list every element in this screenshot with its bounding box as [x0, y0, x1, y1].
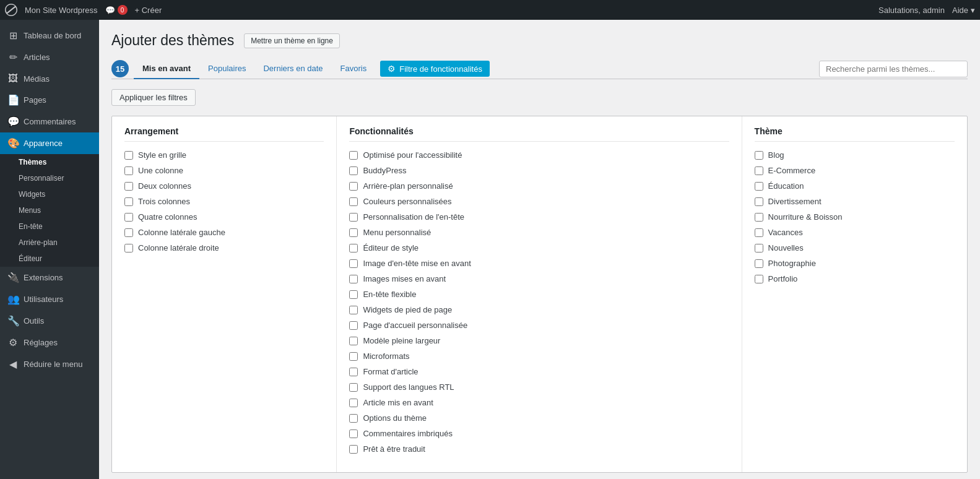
sidebar-item-reglages[interactable]: ⚙ Réglages: [0, 332, 99, 353]
filter-option-education[interactable]: Éducation: [755, 181, 955, 191]
submenu-item-menus[interactable]: Menus: [0, 202, 99, 218]
greeting[interactable]: Salutations, admin: [878, 6, 945, 15]
apply-filters-button[interactable]: Appliquer les filtres: [111, 89, 196, 106]
filter-option-image-en-tete-avant[interactable]: Image d'en-tête mise en avant: [349, 259, 729, 268]
site-name[interactable]: Mon Site Wordpress: [25, 6, 98, 15]
checkbox-nourriture-boisson[interactable]: [755, 213, 763, 222]
filter-option-trois-colonnes[interactable]: Trois colonnes: [124, 197, 324, 206]
checkbox-widgets-pied-page[interactable]: [349, 306, 358, 314]
checkbox-pret-traduit[interactable]: [349, 445, 358, 454]
sidebar-item-articles[interactable]: ✏ Articles: [0, 46, 99, 68]
submenu-item-arriere-plan[interactable]: Arrière-plan: [0, 235, 99, 251]
sidebar-item-commentaires[interactable]: 💬 Commentaires: [0, 111, 99, 132]
filter-option-quatre-colonnes[interactable]: Quatre colonnes: [124, 212, 324, 222]
checkbox-modele-pleine-largeur[interactable]: [349, 337, 358, 345]
filter-option-nourriture-boisson[interactable]: Nourriture & Boisson: [755, 212, 955, 222]
checkbox-colonne-laterale-droite[interactable]: [124, 244, 133, 252]
checkbox-buddypress[interactable]: [349, 166, 358, 175]
filter-option-images-mises-avant[interactable]: Images mises en avant: [349, 274, 729, 283]
filter-option-editeur-style[interactable]: Éditeur de style: [349, 243, 729, 252]
filter-option-buddypress[interactable]: BuddyPress: [349, 166, 729, 175]
checkbox-menu-perso[interactable]: [349, 228, 358, 237]
checkbox-trois-colonnes[interactable]: [124, 197, 133, 206]
sidebar-item-medias[interactable]: 🖼 Médias: [0, 68, 99, 89]
checkbox-education[interactable]: [755, 182, 763, 191]
checkbox-arriere-plan-perso[interactable]: [349, 182, 358, 191]
filter-option-perso-en-tete[interactable]: Personnalisation de l'en-tête: [349, 212, 729, 222]
comments-link[interactable]: 💬 0: [105, 5, 128, 15]
checkbox-en-tete-flexible[interactable]: [349, 290, 358, 299]
filter-option-deux-colonnes[interactable]: Deux colonnes: [124, 181, 324, 191]
filter-option-blog[interactable]: Blog: [755, 150, 955, 160]
tab-populaires[interactable]: Populaires: [199, 59, 254, 79]
wp-logo-icon[interactable]: [5, 4, 17, 16]
checkbox-nouvelles[interactable]: [755, 244, 763, 252]
submenu-item-themes[interactable]: Thèmes: [0, 154, 99, 170]
feature-filter-button[interactable]: ⚙ Filtre de fonctionnalités: [380, 61, 490, 77]
checkbox-editeur-style[interactable]: [349, 244, 358, 252]
filter-option-ecommerce[interactable]: E-Commerce: [755, 166, 955, 175]
submenu-item-en-tete[interactable]: En-tête: [0, 218, 99, 235]
filter-option-page-accueil-perso[interactable]: Page d'accueil personnalisée: [349, 321, 729, 330]
sidebar-item-extensions[interactable]: 🔌 Extensions: [0, 267, 99, 288]
checkbox-accessibilite[interactable]: [349, 151, 358, 160]
sidebar-item-tableau-de-bord[interactable]: ⊞ Tableau de bord: [0, 25, 99, 46]
checkbox-blog[interactable]: [755, 151, 763, 160]
checkbox-deux-colonnes[interactable]: [124, 182, 133, 191]
submenu-item-personnaliser[interactable]: Personnaliser: [0, 170, 99, 186]
submenu-item-editeur[interactable]: Éditeur: [0, 251, 99, 267]
filter-option-menu-perso[interactable]: Menu personnalisé: [349, 228, 729, 237]
filter-option-options-theme[interactable]: Options du thème: [349, 413, 729, 423]
filter-option-widgets-pied-page[interactable]: Widgets de pied de page: [349, 305, 729, 314]
filter-option-une-colonne[interactable]: Une colonne: [124, 166, 324, 175]
sidebar-item-utilisateurs[interactable]: 👥 Utilisateurs: [0, 288, 99, 310]
filter-option-colonne-laterale-droite[interactable]: Colonne latérale droite: [124, 243, 324, 252]
checkbox-portfolio[interactable]: [755, 275, 763, 283]
tab-mis-en-avant[interactable]: Mis en avant: [134, 59, 199, 79]
checkbox-colonne-laterale-gauche[interactable]: [124, 228, 133, 237]
checkbox-support-rtl[interactable]: [349, 383, 358, 392]
filter-option-microformats[interactable]: Microformats: [349, 352, 729, 361]
checkbox-ecommerce[interactable]: [755, 166, 763, 175]
checkbox-page-accueil-perso[interactable]: [349, 321, 358, 330]
checkbox-couleurs-perso[interactable]: [349, 197, 358, 206]
checkbox-divertissement[interactable]: [755, 197, 763, 206]
checkbox-microformats[interactable]: [349, 352, 358, 361]
filter-option-nouvelles[interactable]: Nouvelles: [755, 243, 955, 252]
sidebar-item-pages[interactable]: 📄 Pages: [0, 89, 99, 111]
filter-option-photographie[interactable]: Photographie: [755, 259, 955, 268]
filter-option-couleurs-perso[interactable]: Couleurs personnalisées: [349, 197, 729, 206]
upload-theme-button[interactable]: Mettre un thème en ligne: [244, 33, 340, 48]
sidebar-item-reduire-menu[interactable]: ◀ Réduire le menu: [0, 353, 99, 375]
filter-option-arriere-plan-perso[interactable]: Arrière-plan personnalisé: [349, 181, 729, 191]
checkbox-style-en-grille[interactable]: [124, 151, 133, 160]
filter-option-commentaires-imbriques[interactable]: Commentaires imbriqués: [349, 429, 729, 438]
checkbox-quatre-colonnes[interactable]: [124, 213, 133, 222]
filter-option-accessibilite[interactable]: Optimisé pour l'accessibilité: [349, 150, 729, 160]
help-link[interactable]: Aide ▾: [952, 6, 975, 15]
filter-option-pret-traduit[interactable]: Prêt à être traduit: [349, 444, 729, 454]
checkbox-perso-en-tete[interactable]: [349, 213, 358, 222]
filter-option-modele-pleine-largeur[interactable]: Modèle pleine largeur: [349, 336, 729, 345]
checkbox-format-article[interactable]: [349, 368, 358, 376]
checkbox-image-en-tete-avant[interactable]: [349, 259, 358, 268]
tab-favoris[interactable]: Favoris: [332, 59, 376, 79]
submenu-item-widgets[interactable]: Widgets: [0, 186, 99, 202]
checkbox-images-mises-avant[interactable]: [349, 275, 358, 283]
filter-option-vacances[interactable]: Vacances: [755, 228, 955, 237]
filter-option-portfolio[interactable]: Portfolio: [755, 274, 955, 283]
filter-option-divertissement[interactable]: Divertissement: [755, 197, 955, 206]
checkbox-commentaires-imbriques[interactable]: [349, 429, 358, 438]
checkbox-photographie[interactable]: [755, 259, 763, 268]
sidebar-item-apparence[interactable]: 🎨 Apparence: [0, 132, 99, 154]
sidebar-item-outils[interactable]: 🔧 Outils: [0, 310, 99, 332]
create-link[interactable]: + Créer: [135, 6, 162, 15]
filter-option-support-rtl[interactable]: Support des langues RTL: [349, 382, 729, 392]
checkbox-article-mis-avant[interactable]: [349, 399, 358, 407]
filter-option-style-en-grille[interactable]: Style en grille: [124, 150, 324, 160]
checkbox-options-theme[interactable]: [349, 414, 358, 423]
search-themes-input[interactable]: [819, 61, 968, 77]
filter-option-article-mis-avant[interactable]: Article mis en avant: [349, 398, 729, 407]
filter-option-format-article[interactable]: Format d'article: [349, 367, 729, 376]
filter-option-colonne-laterale-gauche[interactable]: Colonne latérale gauche: [124, 228, 324, 237]
